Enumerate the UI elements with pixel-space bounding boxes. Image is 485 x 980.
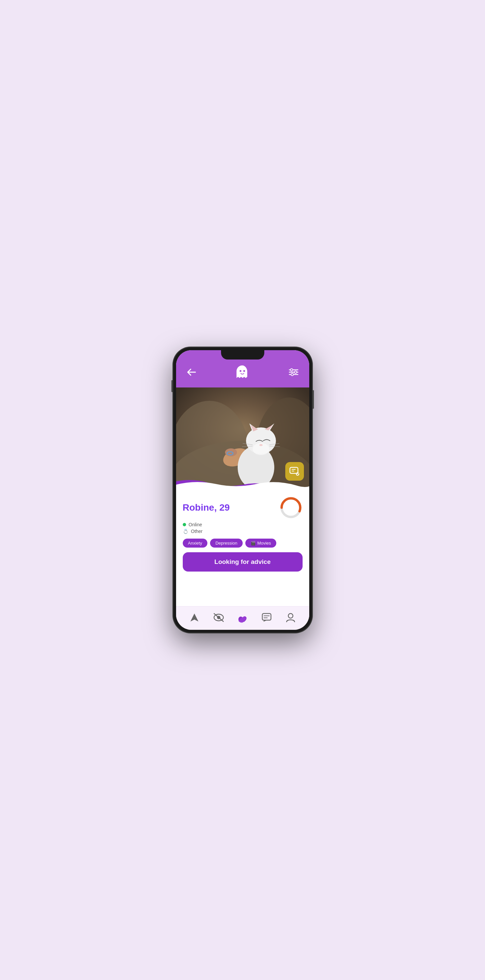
app-logo	[235, 365, 250, 382]
profile-info: Robine, 29 Online 💍 Other	[176, 491, 309, 606]
notch	[221, 350, 264, 360]
bottom-nav	[176, 606, 309, 630]
tag-anxiety-label: Anxiety	[188, 541, 202, 546]
nav-match[interactable]	[235, 611, 250, 625]
svg-rect-37	[262, 614, 271, 620]
svg-marker-33	[191, 614, 199, 622]
svg-point-26	[253, 443, 269, 455]
profile-image-container	[176, 387, 309, 491]
tag-movies-label: Movies	[257, 541, 271, 546]
svg-point-40	[288, 614, 293, 618]
online-dot	[183, 523, 186, 526]
cta-button[interactable]: Looking for advice	[183, 552, 302, 571]
svg-rect-27	[290, 467, 298, 473]
phone-screen: Robine, 29 Online 💍 Other	[176, 350, 309, 630]
ring-icon: 💍	[183, 529, 188, 534]
tag-depression[interactable]: Depression	[210, 539, 243, 547]
svg-point-7	[291, 374, 293, 376]
svg-point-6	[294, 371, 297, 374]
movies-icon: 🎬	[251, 541, 256, 546]
tag-movies[interactable]: 🎬 Movies	[245, 539, 276, 547]
phone-frame: Robine, 29 Online 💍 Other	[173, 347, 313, 633]
svg-point-5	[290, 369, 293, 371]
filter-button[interactable]	[289, 368, 299, 378]
online-status: Online	[183, 522, 302, 527]
nav-hide[interactable]	[211, 611, 227, 624]
tag-anxiety[interactable]: Anxiety	[183, 539, 208, 547]
back-button[interactable]	[187, 368, 196, 378]
nav-messages[interactable]	[259, 611, 274, 624]
svg-point-30	[296, 473, 299, 476]
svg-point-1	[243, 370, 245, 372]
tag-depression-label: Depression	[215, 541, 237, 546]
relationship-status: 💍 Other	[183, 529, 302, 534]
progress-ring	[279, 496, 302, 519]
tags-row: Anxiety Depression 🎬 Movies	[183, 539, 302, 547]
nav-profile[interactable]	[283, 611, 298, 624]
chat-badge[interactable]	[285, 462, 304, 481]
online-label: Online	[189, 522, 202, 527]
svg-point-0	[239, 370, 241, 372]
nav-discover[interactable]	[187, 611, 202, 624]
profile-name: Robine, 29	[183, 502, 230, 513]
status-row: Online 💍 Other	[183, 522, 302, 534]
relationship-label: Other	[191, 529, 203, 534]
name-row: Robine, 29	[183, 496, 302, 519]
